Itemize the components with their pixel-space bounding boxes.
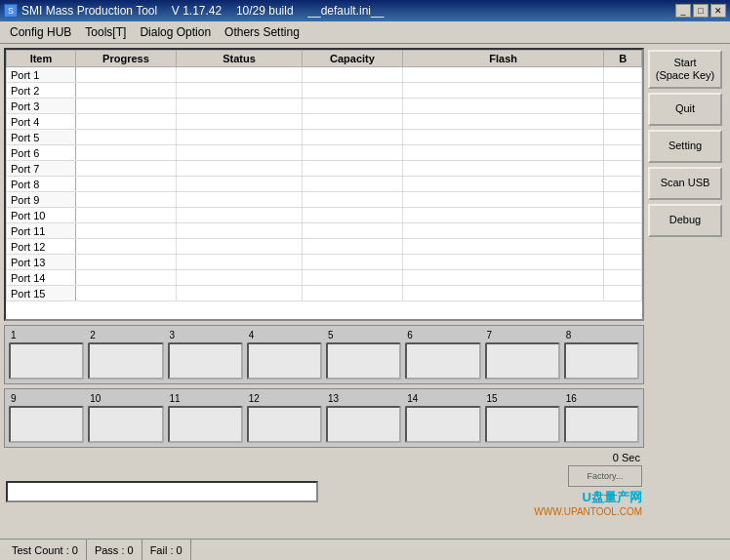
factory-button[interactable]: Factory... xyxy=(568,465,642,487)
table-row: Port 1 xyxy=(7,67,642,83)
port-number-label: 14 xyxy=(405,393,418,404)
port-number-label: 15 xyxy=(485,393,498,404)
col-item: Item xyxy=(7,51,76,67)
menu-config-hub[interactable]: Config HUB xyxy=(4,23,77,41)
menu-others-setting[interactable]: Others Setting xyxy=(219,23,305,41)
port-status-box xyxy=(9,342,84,380)
port-table: Item Progress Status Capacity Flash B Po… xyxy=(6,50,642,301)
table-row: Port 6 xyxy=(7,145,642,161)
port-cell: 9 xyxy=(9,393,84,443)
port-grid-row1: 12345678 xyxy=(4,325,644,384)
timer-label: 0 Sec xyxy=(4,452,644,463)
port-number-label: 12 xyxy=(247,393,260,404)
table-row: Port 9 xyxy=(7,192,642,208)
port-cell: 12 xyxy=(247,393,322,443)
port-status-box xyxy=(564,342,639,380)
table-row: Port 5 xyxy=(7,130,642,145)
port-number-label: 13 xyxy=(326,393,339,404)
pass-count: Pass : 0 xyxy=(87,540,142,560)
table-row: Port 4 xyxy=(7,114,642,130)
logo-brand: U盘量产网 xyxy=(583,489,642,506)
test-count: Test Count : 0 xyxy=(4,540,87,560)
port-cell: 11 xyxy=(168,393,243,443)
port-number-label: 8 xyxy=(564,330,572,340)
col-flash: Flash xyxy=(403,51,604,67)
port-cell: 15 xyxy=(485,393,560,443)
table-row: Port 7 xyxy=(7,161,642,177)
port-number-label: 6 xyxy=(405,330,413,340)
port-status-box xyxy=(405,406,480,443)
right-panel: Start (Space Key) Quit Setting Scan USB … xyxy=(648,48,726,553)
table-row: Port 10 xyxy=(7,208,642,223)
port-cell: 13 xyxy=(326,393,401,443)
app-icon: S xyxy=(4,4,18,18)
port-number-label: 9 xyxy=(9,393,17,404)
port-status-box xyxy=(326,342,401,380)
port-status-box xyxy=(9,406,84,443)
port-cell: 8 xyxy=(564,330,639,380)
build-label: 10/29 build xyxy=(236,4,294,18)
menu-tools[interactable]: Tools[T] xyxy=(79,23,132,41)
port-status-box xyxy=(88,342,163,380)
port-cell: 16 xyxy=(564,393,639,443)
version-label: V 1.17.42 xyxy=(172,4,222,18)
table-row: Port 14 xyxy=(7,270,642,286)
setting-button[interactable]: Setting xyxy=(648,130,722,163)
close-button[interactable]: ✕ xyxy=(710,4,726,18)
port-cell: 6 xyxy=(405,330,480,380)
port-table-container: Item Progress Status Capacity Flash B Po… xyxy=(4,48,644,321)
table-row: Port 8 xyxy=(7,177,642,192)
bottom-status-bar: Test Count : 0 Pass : 0 Fail : 0 xyxy=(0,539,730,560)
port-status-box xyxy=(326,406,401,443)
table-row: Port 2 xyxy=(7,83,642,99)
debug-button[interactable]: Debug xyxy=(648,204,722,237)
port-cell: 3 xyxy=(168,330,243,380)
status-input[interactable] xyxy=(6,481,318,502)
port-number-label: 7 xyxy=(485,330,493,340)
table-row: Port 3 xyxy=(7,99,642,114)
col-progress: Progress xyxy=(75,51,176,67)
port-status-box xyxy=(88,406,163,443)
quit-button[interactable]: Quit xyxy=(648,93,722,126)
port-status-box xyxy=(247,406,322,443)
port-cell: 14 xyxy=(405,393,480,443)
port-cell: 7 xyxy=(485,330,560,380)
port-cell: 10 xyxy=(88,393,163,443)
menu-bar: Config HUB Tools[T] Dialog Option Others… xyxy=(0,21,730,44)
minimize-button[interactable]: _ xyxy=(675,4,691,18)
port-number-label: 1 xyxy=(9,330,17,340)
table-row: Port 12 xyxy=(7,239,642,255)
port-status-box xyxy=(168,406,243,443)
port-number-label: 11 xyxy=(168,393,181,404)
port-status-box xyxy=(485,342,560,380)
menu-dialog-option[interactable]: Dialog Option xyxy=(134,23,217,41)
port-status-box xyxy=(168,342,243,380)
maximize-button[interactable]: □ xyxy=(693,4,709,18)
config-label: __default.ini__ xyxy=(307,4,384,18)
start-button[interactable]: Start (Space Key) xyxy=(648,50,722,89)
table-row: Port 15 xyxy=(7,286,642,301)
port-number-label: 10 xyxy=(88,393,101,404)
table-row: Port 11 xyxy=(7,223,642,239)
app-title: SMI Mass Production Tool xyxy=(21,4,157,18)
port-status-box xyxy=(247,342,322,380)
logo-url: WWW.UPANTOOL.COM xyxy=(534,506,642,517)
port-status-box xyxy=(405,342,480,380)
port-number-label: 2 xyxy=(88,330,96,340)
table-row: Port 13 xyxy=(7,255,642,270)
col-status: Status xyxy=(177,51,303,67)
port-number-label: 16 xyxy=(564,393,577,404)
port-status-box xyxy=(485,406,560,443)
title-bar: S SMI Mass Production Tool V 1.17.42 10/… xyxy=(0,0,730,21)
port-status-box xyxy=(564,406,639,443)
port-grid-row2: 910111213141516 xyxy=(4,388,644,448)
port-cell: 2 xyxy=(88,330,163,380)
col-capacity: Capacity xyxy=(302,51,402,67)
port-number-label: 5 xyxy=(326,330,334,340)
port-cell: 1 xyxy=(9,330,84,380)
fail-count: Fail : 0 xyxy=(142,540,191,560)
scan-usb-button[interactable]: Scan USB xyxy=(648,167,722,200)
port-number-label: 3 xyxy=(168,330,176,340)
port-cell: 5 xyxy=(326,330,401,380)
port-cell: 4 xyxy=(247,330,322,380)
